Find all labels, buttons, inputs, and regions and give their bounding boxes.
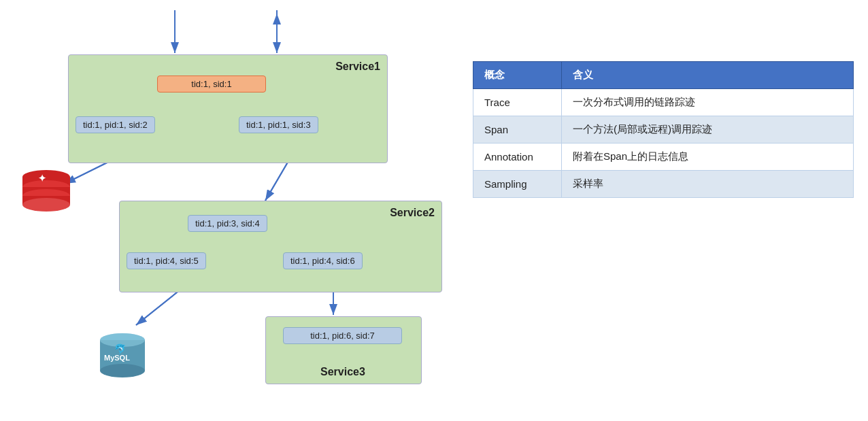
concept-table-area: 概念 含义 Trace一次分布式调用的链路踪迹Span一个方法(局部或远程)调用… xyxy=(473,61,854,198)
service2-box: tid:1, pid:3, sid:4 tid:1, pid:4, sid:5 … xyxy=(119,201,442,292)
span-sid1: tid:1, sid:1 xyxy=(157,75,266,92)
concept-cell: Annotation xyxy=(473,144,562,171)
span-sid5: tid:1, pid:4, sid:5 xyxy=(127,252,206,269)
svg-text:MySQL: MySQL xyxy=(104,354,130,362)
service2-label: Service2 xyxy=(390,207,435,219)
span-sid6: tid:1, pid:4, sid:6 xyxy=(283,252,363,269)
redis-icon: ✦ xyxy=(19,167,73,214)
meaning-cell: 一次分布式调用的链路踪迹 xyxy=(562,89,854,116)
concept-cell: Span xyxy=(473,116,562,144)
span-sid2: tid:1, pid:1, sid:2 xyxy=(76,116,155,133)
service3-label: Service3 xyxy=(320,366,365,378)
span-sid7: tid:1, pid:6, sid:7 xyxy=(283,327,402,344)
service1-label: Service1 xyxy=(335,61,380,73)
span-sid4: tid:1, pid:3, sid:4 xyxy=(188,215,267,232)
table-row: Span一个方法(局部或远程)调用踪迹 xyxy=(473,116,854,144)
concept-cell: Trace xyxy=(473,89,562,116)
meaning-cell: 一个方法(局部或远程)调用踪迹 xyxy=(562,116,854,144)
svg-point-23 xyxy=(100,364,145,377)
meaning-cell: 采样率 xyxy=(562,171,854,198)
svg-text:✦: ✦ xyxy=(38,173,46,184)
diagram-area: tid:1, sid:1 tid:1, pid:1, sid:2 tid:1, … xyxy=(0,0,456,421)
table-row: Annotation附着在Span上的日志信息 xyxy=(473,144,854,171)
concept-table: 概念 含义 Trace一次分布式调用的链路踪迹Span一个方法(局部或远程)调用… xyxy=(473,61,854,198)
meaning-cell: 附着在Span上的日志信息 xyxy=(562,144,854,171)
mysql-icon: MySQL 🐬 xyxy=(95,326,150,384)
svg-point-19 xyxy=(22,198,70,212)
span-sid3: tid:1, pid:1, sid:3 xyxy=(239,116,318,133)
concept-cell: Sampling xyxy=(473,171,562,198)
svg-text:🐬: 🐬 xyxy=(114,343,127,355)
table-row: Sampling采样率 xyxy=(473,171,854,198)
table-header-meaning: 含义 xyxy=(562,62,854,89)
table-row: Trace一次分布式调用的链路踪迹 xyxy=(473,89,854,116)
service3-box: tid:1, pid:6, sid:7 Service3 xyxy=(265,316,422,384)
service1-box: tid:1, sid:1 tid:1, pid:1, sid:2 tid:1, … xyxy=(68,54,388,163)
table-header-concept: 概念 xyxy=(473,62,562,89)
main-container: tid:1, sid:1 tid:1, pid:1, sid:2 tid:1, … xyxy=(0,0,868,421)
